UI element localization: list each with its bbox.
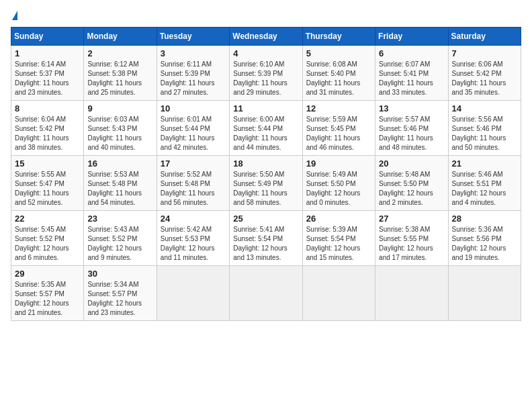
calendar-cell: 9Sunrise: 6:03 AMSunset: 5:43 PMDaylight…: [84, 101, 157, 156]
calendar-cell: 22Sunrise: 5:45 AMSunset: 5:52 PMDayligh…: [11, 211, 84, 266]
calendar-cell: 2Sunrise: 6:12 AMSunset: 5:38 PMDaylight…: [84, 46, 157, 101]
calendar-table: SundayMondayTuesdayWednesdayThursdayFrid…: [11, 27, 521, 321]
calendar-cell: 23Sunrise: 5:43 AMSunset: 5:52 PMDayligh…: [84, 211, 157, 266]
calendar-cell: 21Sunrise: 5:46 AMSunset: 5:51 PMDayligh…: [448, 156, 521, 211]
day-details: Sunrise: 5:43 AMSunset: 5:52 PMDaylight:…: [87, 226, 142, 261]
day-details: Sunrise: 5:36 AMSunset: 5:56 PMDaylight:…: [452, 226, 506, 261]
day-details: Sunrise: 6:03 AMSunset: 5:43 PMDaylight:…: [87, 116, 142, 151]
day-number: 18: [233, 158, 298, 169]
day-number: 5: [306, 48, 371, 58]
day-number: 2: [87, 48, 152, 58]
day-details: Sunrise: 5:46 AMSunset: 5:51 PMDaylight:…: [452, 171, 506, 206]
day-details: Sunrise: 5:50 AMSunset: 5:49 PMDaylight:…: [233, 171, 287, 206]
day-details: Sunrise: 5:57 AMSunset: 5:46 PMDaylight:…: [379, 116, 433, 151]
day-details: Sunrise: 5:35 AMSunset: 5:57 PMDaylight:…: [15, 281, 69, 316]
calendar-cell: 4Sunrise: 6:10 AMSunset: 5:39 PMDaylight…: [230, 46, 302, 101]
page-header: [11, 11, 521, 20]
calendar-cell: [157, 266, 229, 321]
calendar-cell: 19Sunrise: 5:49 AMSunset: 5:50 PMDayligh…: [302, 156, 375, 211]
weekday-header-row: SundayMondayTuesdayWednesdayThursdayFrid…: [11, 28, 521, 46]
calendar-cell: 6Sunrise: 6:07 AMSunset: 5:41 PMDaylight…: [375, 46, 448, 101]
weekday-header-wednesday: Wednesday: [230, 28, 302, 46]
day-number: 3: [161, 48, 226, 58]
weekday-header-thursday: Thursday: [302, 28, 375, 46]
calendar-cell: 30Sunrise: 5:34 AMSunset: 5:57 PMDayligh…: [84, 266, 157, 321]
day-details: Sunrise: 6:01 AMSunset: 5:44 PMDaylight:…: [161, 116, 215, 151]
logo: [11, 11, 17, 20]
weekday-header-saturday: Saturday: [448, 28, 521, 46]
logo-icon: [12, 11, 17, 20]
calendar-cell: 20Sunrise: 5:48 AMSunset: 5:50 PMDayligh…: [375, 156, 448, 211]
calendar-cell: [302, 266, 375, 321]
calendar-cell: 16Sunrise: 5:53 AMSunset: 5:48 PMDayligh…: [84, 156, 157, 211]
calendar-week-5: 29Sunrise: 5:35 AMSunset: 5:57 PMDayligh…: [11, 266, 521, 321]
calendar-cell: 27Sunrise: 5:38 AMSunset: 5:55 PMDayligh…: [375, 211, 448, 266]
day-details: Sunrise: 6:06 AMSunset: 5:42 PMDaylight:…: [452, 60, 506, 96]
day-number: 19: [306, 158, 371, 169]
calendar-cell: 12Sunrise: 5:59 AMSunset: 5:45 PMDayligh…: [302, 101, 375, 156]
day-number: 6: [379, 48, 444, 58]
day-number: 28: [452, 214, 517, 224]
calendar-cell: 10Sunrise: 6:01 AMSunset: 5:44 PMDayligh…: [157, 101, 229, 156]
day-number: 15: [15, 158, 80, 169]
calendar-cell: 5Sunrise: 6:08 AMSunset: 5:40 PMDaylight…: [302, 46, 375, 101]
day-details: Sunrise: 5:52 AMSunset: 5:48 PMDaylight:…: [161, 171, 215, 206]
day-number: 1: [15, 48, 80, 58]
day-number: 25: [233, 214, 298, 224]
day-details: Sunrise: 6:12 AMSunset: 5:38 PMDaylight:…: [87, 60, 142, 96]
calendar-cell: 18Sunrise: 5:50 AMSunset: 5:49 PMDayligh…: [230, 156, 302, 211]
calendar-week-4: 22Sunrise: 5:45 AMSunset: 5:52 PMDayligh…: [11, 211, 521, 266]
day-number: 12: [306, 103, 371, 113]
day-details: Sunrise: 5:39 AMSunset: 5:54 PMDaylight:…: [306, 226, 361, 261]
day-number: 26: [306, 214, 371, 224]
day-number: 21: [452, 158, 517, 169]
calendar-cell: 25Sunrise: 5:41 AMSunset: 5:54 PMDayligh…: [230, 211, 302, 266]
day-number: 22: [15, 214, 80, 224]
weekday-header-monday: Monday: [84, 28, 157, 46]
day-number: 14: [452, 103, 517, 113]
day-number: 30: [87, 269, 152, 279]
day-details: Sunrise: 6:11 AMSunset: 5:39 PMDaylight:…: [161, 60, 215, 96]
day-number: 9: [87, 103, 152, 113]
day-details: Sunrise: 5:41 AMSunset: 5:54 PMDaylight:…: [233, 226, 287, 261]
calendar-cell: 14Sunrise: 5:56 AMSunset: 5:46 PMDayligh…: [448, 101, 521, 156]
calendar-cell: 28Sunrise: 5:36 AMSunset: 5:56 PMDayligh…: [448, 211, 521, 266]
calendar-cell: 26Sunrise: 5:39 AMSunset: 5:54 PMDayligh…: [302, 211, 375, 266]
day-details: Sunrise: 5:56 AMSunset: 5:46 PMDaylight:…: [452, 116, 506, 151]
calendar-cell: [230, 266, 302, 321]
day-details: Sunrise: 6:00 AMSunset: 5:44 PMDaylight:…: [233, 116, 287, 151]
day-number: 29: [15, 269, 80, 279]
calendar-week-2: 8Sunrise: 6:04 AMSunset: 5:42 PMDaylight…: [11, 101, 521, 156]
calendar-cell: 17Sunrise: 5:52 AMSunset: 5:48 PMDayligh…: [157, 156, 229, 211]
calendar-cell: 29Sunrise: 5:35 AMSunset: 5:57 PMDayligh…: [11, 266, 84, 321]
day-details: Sunrise: 6:08 AMSunset: 5:40 PMDaylight:…: [306, 60, 361, 96]
calendar-cell: 24Sunrise: 5:42 AMSunset: 5:53 PMDayligh…: [157, 211, 229, 266]
day-details: Sunrise: 6:07 AMSunset: 5:41 PMDaylight:…: [379, 60, 433, 96]
day-details: Sunrise: 5:49 AMSunset: 5:50 PMDaylight:…: [306, 171, 361, 206]
day-details: Sunrise: 5:42 AMSunset: 5:53 PMDaylight:…: [161, 226, 215, 261]
weekday-header-tuesday: Tuesday: [157, 28, 229, 46]
day-details: Sunrise: 6:14 AMSunset: 5:37 PMDaylight:…: [15, 60, 69, 96]
calendar-cell: [375, 266, 448, 321]
day-details: Sunrise: 6:04 AMSunset: 5:42 PMDaylight:…: [15, 116, 69, 151]
day-number: 23: [87, 214, 152, 224]
calendar-week-3: 15Sunrise: 5:55 AMSunset: 5:47 PMDayligh…: [11, 156, 521, 211]
day-number: 24: [161, 214, 226, 224]
weekday-header-sunday: Sunday: [11, 28, 84, 46]
calendar-cell: 3Sunrise: 6:11 AMSunset: 5:39 PMDaylight…: [157, 46, 229, 101]
calendar-cell: 1Sunrise: 6:14 AMSunset: 5:37 PMDaylight…: [11, 46, 84, 101]
day-number: 11: [233, 103, 298, 113]
day-number: 27: [379, 214, 444, 224]
day-details: Sunrise: 6:10 AMSunset: 5:39 PMDaylight:…: [233, 60, 287, 96]
day-number: 10: [161, 103, 226, 113]
calendar-cell: 11Sunrise: 6:00 AMSunset: 5:44 PMDayligh…: [230, 101, 302, 156]
day-number: 20: [379, 158, 444, 169]
weekday-header-friday: Friday: [375, 28, 448, 46]
calendar-cell: 8Sunrise: 6:04 AMSunset: 5:42 PMDaylight…: [11, 101, 84, 156]
day-details: Sunrise: 5:55 AMSunset: 5:47 PMDaylight:…: [15, 171, 69, 206]
day-details: Sunrise: 5:45 AMSunset: 5:52 PMDaylight:…: [15, 226, 69, 261]
day-number: 13: [379, 103, 444, 113]
day-details: Sunrise: 5:53 AMSunset: 5:48 PMDaylight:…: [87, 171, 142, 206]
day-number: 17: [161, 158, 226, 169]
calendar-week-1: 1Sunrise: 6:14 AMSunset: 5:37 PMDaylight…: [11, 46, 521, 101]
